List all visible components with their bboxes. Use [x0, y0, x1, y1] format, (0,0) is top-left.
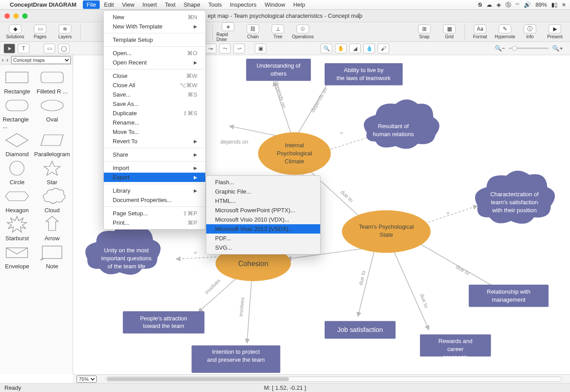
menuitem-template-setup[interactable]: Template Setup [104, 35, 205, 44]
menuitem-microsoft-visio-vdx-[interactable]: Microsoft Visio 2010 (VDX)... [206, 215, 320, 224]
node-unity[interactable]: Unity on the mostimportant questionsof t… [86, 226, 161, 275]
eyedropper-tool[interactable]: 💧 [363, 44, 375, 53]
menu-extra-icon[interactable]: ≡ [562, 1, 566, 8]
node-ability[interactable]: Ability to live bythe laws of teamwork [325, 63, 403, 85]
shape-rect-tool[interactable]: ▭ [44, 44, 55, 53]
menu-tools[interactable]: Tools [204, 0, 226, 9]
node-state[interactable]: Team's PsychologicalState [342, 210, 431, 253]
h-scrollbar[interactable] [106, 376, 562, 382]
shape-ellipse-tool[interactable]: ◯ [58, 44, 69, 53]
shape-starburst[interactable]: Starburst [3, 215, 32, 242]
brush-tool[interactable]: 🖌 [378, 44, 389, 53]
text-tool[interactable]: T [18, 44, 29, 53]
shape-diamond[interactable]: Diamond [3, 131, 32, 158]
node-relationship[interactable]: Relationship withmanagement [469, 285, 549, 307]
connector-tool-2[interactable]: ↝ [205, 44, 216, 53]
shape-envelope[interactable]: Envelope [3, 243, 32, 270]
shape-parallelogram[interactable]: Parallelogram [34, 131, 70, 158]
menuitem-pdf-[interactable]: PDF... [206, 234, 320, 243]
menuitem-new-with-template[interactable]: New With Template▶ [104, 22, 205, 31]
tb-chain[interactable]: ⛓Chain [241, 24, 265, 39]
nav-back-icon[interactable]: ‹ [2, 57, 4, 63]
node-characterization[interactable]: Characterization ofteam's satisfactionwi… [475, 170, 555, 223]
tb-pages[interactable]: ▭Pages [28, 24, 52, 39]
tb-rapiddraw[interactable]: ⎈Rapid Draw [216, 22, 240, 42]
menuitem-move-to-[interactable]: Move To... [104, 127, 205, 137]
menuitem-microsoft-visio-vsdx-[interactable]: Microsoft Visio 2013 (VSDX)... [206, 224, 320, 234]
node-attraction[interactable]: People's attractiontoward the team [123, 311, 204, 334]
shape-hexagon[interactable]: Hexagon [3, 187, 32, 214]
zoom-select[interactable]: 75% [77, 376, 97, 383]
shape-note[interactable]: Note [34, 243, 70, 270]
zoom-slider[interactable]: 🔍− 🔍+ [495, 45, 563, 52]
menu-inspectors[interactable]: Inspectors [226, 0, 261, 9]
node-understanding[interactable]: Understanding ofothers [246, 59, 311, 81]
wifi-icon[interactable]: ⌔ [516, 1, 519, 8]
volume-icon[interactable]: 🔊 [524, 1, 531, 8]
node-climate[interactable]: InternalPsychologicalClimate [258, 132, 331, 175]
battery-icon[interactable]: ▮▯ [551, 1, 558, 8]
shape-rectangle[interactable]: Rectangle [3, 69, 32, 95]
menuitem-close-all[interactable]: Close All⌥⌘W [104, 81, 205, 90]
tb-tree[interactable]: ⊥Tree [266, 24, 289, 39]
menu-insert[interactable]: Insert [138, 0, 161, 9]
menuitem-flash-[interactable]: Flash... [206, 178, 320, 187]
tb-info[interactable]: ⓘInfo [518, 24, 542, 39]
menuitem-save-as-[interactable]: Save As... [104, 99, 205, 109]
shape-star[interactable]: Star [34, 159, 70, 186]
menuitem-graphic-file-[interactable]: Graphic File... [206, 187, 320, 196]
menuitem-share[interactable]: Share▶ [104, 150, 205, 159]
skype-icon[interactable]: Ⓢ [505, 1, 511, 9]
minimize-icon[interactable] [13, 13, 19, 19]
zoom-out-icon[interactable]: 🔍− [495, 45, 505, 52]
menu-edit[interactable]: Edit [100, 0, 118, 9]
tb-operations[interactable]: ⦾Operations [291, 24, 314, 39]
menu-view[interactable]: View [118, 0, 138, 9]
fill-tool[interactable]: ◢ [349, 44, 361, 53]
menuitem-print-[interactable]: Print...⌘P [104, 218, 205, 227]
shape-rectangle-[interactable]: Rectangle ... [3, 97, 32, 129]
connector-tool-4[interactable]: ⤻ [233, 44, 245, 53]
export-submenu[interactable]: Flash...Graphic File...HTML...Microsoft … [206, 175, 321, 255]
menuitem-svg-[interactable]: SVG... [206, 243, 320, 252]
zoom-in-icon[interactable]: 🔍+ [552, 45, 563, 52]
menuitem-close[interactable]: Close⌘W [104, 71, 205, 81]
library-select[interactable]: Concept maps [11, 56, 71, 64]
tb-hypernote[interactable]: ✎Hypernote [493, 24, 517, 39]
tb-solutions[interactable]: ◆Solutions [4, 24, 27, 39]
node-job[interactable]: Job satisfaction [325, 321, 395, 339]
menuitem-microsoft-powerpoint-pptx-[interactable]: Microsoft PowerPoint (PPTX)... [206, 206, 320, 215]
menu-help[interactable]: Help [289, 0, 309, 9]
menu-file[interactable]: File [83, 0, 100, 9]
pan-tool[interactable]: ✋ [335, 44, 346, 53]
crop-tool[interactable]: ▣ [255, 44, 266, 53]
file-menu[interactable]: New⌘NNew With Template▶Template SetupOpe… [103, 10, 206, 230]
tb-format[interactable]: AaFormat [468, 24, 492, 39]
shape-filleted-r-[interactable]: Filleted R ... [34, 69, 70, 95]
close-icon[interactable] [4, 13, 10, 19]
node-intention[interactable]: Intention to protectand preserve the tea… [191, 345, 280, 373]
menuitem-import[interactable]: Import▶ [104, 163, 205, 173]
diamond-icon[interactable]: ◈ [497, 1, 501, 8]
menuitem-duplicate[interactable]: Duplicate⇧⌘S [104, 109, 205, 118]
shape-cloud[interactable]: Cloud [34, 187, 70, 214]
menuitem-document-properties-[interactable]: Document Properties... [104, 195, 205, 205]
menuitem-page-setup-[interactable]: Page Setup...⇧⌘P [104, 209, 205, 218]
menuitem-open-[interactable]: Open...⌘O [104, 48, 205, 58]
menu-text[interactable]: Text [161, 0, 179, 9]
node-resultant[interactable]: Resultant ofhuman relations [364, 100, 440, 149]
nav-fwd-icon[interactable]: › [6, 57, 8, 63]
title-chevron-icon[interactable]: ˅ [358, 12, 361, 19]
zoom-tool[interactable]: 🔍 [321, 44, 332, 53]
node-rewards[interactable]: Rewards andcareerprospects [420, 334, 491, 360]
menuitem-export[interactable]: Export▶ [104, 173, 205, 182]
menuitem-revert-to[interactable]: Revert To▶ [104, 137, 205, 146]
menuitem-html-[interactable]: HTML... [206, 196, 320, 206]
menu-window[interactable]: Window [261, 0, 289, 9]
shape-arrow[interactable]: Arrow [34, 215, 70, 242]
select-tool[interactable]: ➤ [4, 44, 15, 53]
menuitem-rename-[interactable]: Rename... [104, 118, 205, 127]
menuitem-library[interactable]: Library▶ [104, 186, 205, 195]
cloud-icon[interactable]: ☁ [486, 1, 492, 8]
window-controls[interactable] [4, 13, 28, 19]
